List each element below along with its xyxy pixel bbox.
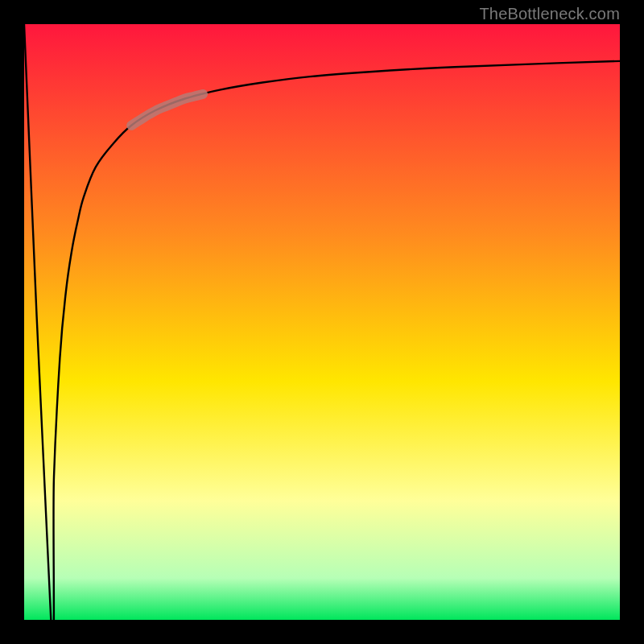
plot-area	[24, 24, 620, 620]
gradient-background	[24, 24, 620, 620]
chart-svg	[24, 24, 620, 620]
attribution-label: TheBottleneck.com	[479, 5, 620, 23]
chart-stage: TheBottleneck.com	[0, 0, 644, 644]
